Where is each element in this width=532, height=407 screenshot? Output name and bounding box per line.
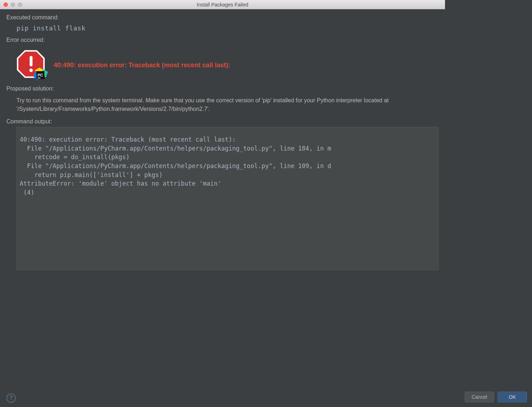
proposed-solution-text: Try to run this command from the system … bbox=[6, 94, 439, 118]
error-row: PC 40:490: execution error: Traceback (m… bbox=[6, 45, 439, 85]
command-output-label: Command output: bbox=[6, 118, 439, 125]
svg-text:PC: PC bbox=[38, 73, 43, 77]
svg-rect-1 bbox=[30, 56, 33, 67]
command-output-console[interactable]: 40:490: execution error: Traceback (most… bbox=[16, 127, 439, 270]
pycharm-icon: PC bbox=[33, 67, 49, 83]
error-summary-text: 40:490: execution error: Traceback (most… bbox=[54, 62, 230, 69]
svg-rect-8 bbox=[38, 78, 40, 78]
window-title: Install Packages Failed bbox=[0, 2, 445, 8]
proposed-solution-label: Proposed solution: bbox=[6, 85, 439, 92]
executed-command-value: pip install flask bbox=[6, 23, 439, 37]
executed-command-label: Executed command: bbox=[6, 14, 439, 21]
error-occurred-label: Error occurred: bbox=[6, 37, 439, 43]
error-icon-group: PC bbox=[16, 50, 47, 80]
svg-point-2 bbox=[29, 69, 33, 72]
titlebar: Install Packages Failed bbox=[0, 0, 445, 9]
dialog-content: Executed command: pip install flask Erro… bbox=[0, 9, 445, 270]
